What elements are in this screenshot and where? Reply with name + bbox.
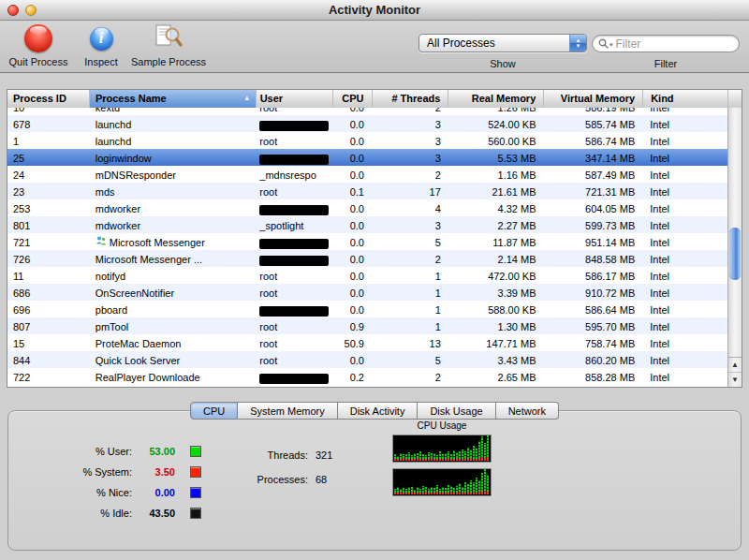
cell-pid: 801 — [7, 216, 90, 233]
cell-name: loginwindow — [90, 149, 257, 166]
cell-kind: Intel — [642, 317, 727, 334]
cell-pid: 807 — [7, 317, 90, 334]
tab-cpu[interactable]: CPU — [190, 402, 238, 420]
cpu-percent-stats: % User: 53.00 % System: 3.50 % Nice: 0.0… — [42, 441, 201, 523]
table-row[interactable]: 801mdworker_spotlight0.032.27 MB599.73 M… — [7, 216, 727, 233]
header-threads[interactable]: # Threads — [373, 90, 449, 108]
detail-pane: % User: 53.00 % System: 3.50 % Nice: 0.0… — [7, 410, 742, 551]
cell-user: root — [256, 351, 332, 368]
table-row[interactable]: 23mdsroot0.11721.61 MB721.31 MBIntel — [7, 183, 727, 199]
header-user[interactable]: User — [257, 90, 333, 108]
scroll-down-button[interactable]: ▼ — [728, 372, 742, 387]
table-row[interactable]: 24mDNSResponder_mdnsrespo0.021.16 MB587.… — [7, 166, 727, 183]
header-process-name[interactable]: Process Name ▲ — [90, 90, 257, 108]
filter-search-field[interactable]: ▾ — [592, 35, 740, 52]
tab-system-memory[interactable]: System Memory — [238, 402, 337, 420]
table-row[interactable]: 696pboard0.01588.00 KB586.64 MBIntel — [7, 301, 727, 317]
scroll-up-button[interactable]: ▲ — [728, 357, 742, 372]
cell-real: 21.61 MB — [448, 183, 544, 199]
cell-user: root — [256, 267, 332, 284]
quit-process-button[interactable]: Quit Process — [6, 22, 71, 67]
cell-kind: Intel — [642, 284, 727, 301]
cell-kind: Intel — [642, 216, 727, 233]
vertical-scrollbar[interactable]: ▲ ▼ — [727, 108, 742, 387]
table-row[interactable]: 721Microsoft Messenger0.0511.87 MB951.14… — [7, 233, 727, 250]
cell-threads: 1 — [372, 301, 448, 317]
cell-threads: 4 — [372, 199, 448, 216]
cell-threads: 1 — [372, 284, 448, 301]
cell-kind: Intel — [642, 183, 727, 199]
cell-kind: Intel — [642, 233, 727, 250]
cell-real: 1.26 MB — [448, 108, 544, 115]
cell-user — [256, 115, 332, 132]
table-row[interactable]: 10kextdroot0.021.26 MB586.19 MBIntel — [7, 108, 727, 115]
header-kind[interactable]: Kind — [643, 90, 728, 108]
table-row[interactable]: 25loginwindow0.035.53 MB347.14 MBIntel — [7, 149, 727, 166]
cell-user: root — [256, 317, 332, 334]
table-row[interactable]: 15ProteMac Daemonroot50.913147.71 MB758.… — [7, 334, 727, 351]
cell-threads: 3 — [372, 216, 448, 233]
cell-pid: 696 — [7, 301, 90, 317]
idle-color-swatch — [190, 508, 201, 519]
filter-input[interactable] — [616, 37, 733, 51]
header-process-id[interactable]: Process ID — [7, 90, 90, 108]
cell-real: 11.87 MB — [448, 233, 544, 250]
cell-threads: 5 — [372, 351, 448, 368]
cell-cpu: 0.9 — [332, 317, 372, 334]
table-row[interactable]: 726Microsoft Messenger ...0.022.14 MB848… — [7, 250, 727, 267]
table-row[interactable]: 678launchd0.03524.00 KB585.74 MBIntel — [7, 115, 727, 132]
inspect-button[interactable]: i Inspect — [79, 22, 124, 67]
counts-stats: Threads: 321 Processes: 68 — [244, 443, 332, 492]
table-row[interactable]: 807pmToolroot0.911.30 MB595.70 MBIntel — [7, 317, 727, 334]
minimize-button[interactable] — [25, 5, 37, 16]
cell-real: 472.00 KB — [448, 267, 544, 284]
cell-cpu: 0.0 — [332, 233, 372, 250]
table-row[interactable]: 253mdworker0.044.32 MB604.05 MBIntel — [7, 199, 727, 216]
header-virtual-memory[interactable]: Virtual Memory — [544, 90, 643, 108]
scrollbar-thumb[interactable] — [729, 228, 741, 280]
redaction-bar — [259, 155, 329, 165]
table-row[interactable]: 722RealPlayer Downloade0.222.65 MB858.28… — [7, 368, 727, 385]
cell-pid: 15 — [7, 334, 90, 351]
header-cpu[interactable]: CPU — [333, 90, 373, 108]
cell-real: 2.27 MB — [448, 216, 544, 233]
redaction-bar — [259, 205, 329, 215]
cell-cpu: 0.1 — [332, 183, 372, 199]
cell-kind: Intel — [642, 368, 727, 385]
cell-name: Quick Look Server — [90, 351, 257, 368]
cell-real: 2.14 MB — [448, 250, 544, 267]
title-bar: Activity Monitor — [0, 0, 749, 21]
table-row[interactable]: 686OnScreenNotifierroot0.013.39 MB910.72… — [7, 284, 727, 301]
cell-real: 5.53 MB — [448, 149, 544, 166]
table-row[interactable]: 844Quick Look Serverroot0.053.43 MB860.2… — [7, 351, 727, 368]
cell-user — [256, 149, 332, 166]
processes-label: Processes: — [244, 474, 308, 485]
cell-threads: 3 — [372, 149, 448, 166]
table-row[interactable]: 11notifydroot0.01472.00 KB586.17 MBIntel — [7, 267, 727, 284]
table-row[interactable]: 1launchdroot0.03560.00 KB586.74 MBIntel — [7, 132, 727, 149]
cell-pid: 25 — [7, 149, 90, 166]
redaction-bar — [259, 374, 329, 384]
cell-real: 4.32 MB — [448, 199, 544, 216]
tab-disk-usage[interactable]: Disk Usage — [418, 402, 495, 420]
cell-pid: 23 — [7, 183, 90, 199]
sample-process-button[interactable]: Sample Process — [125, 22, 212, 67]
close-button[interactable] — [7, 5, 19, 16]
cell-virtual: 586.17 MB — [544, 267, 643, 284]
system-color-swatch — [190, 466, 201, 478]
cell-kind: Intel — [642, 132, 727, 149]
cell-cpu: 0.0 — [332, 166, 372, 183]
show-popup-button[interactable]: All Processes ▲ ▼ — [419, 34, 587, 52]
system-percent-label: % System: — [42, 466, 132, 478]
cell-kind: Intel — [642, 115, 727, 132]
user-color-swatch — [190, 446, 201, 457]
tab-network[interactable]: Network — [496, 402, 559, 420]
cell-pid: 686 — [7, 284, 90, 301]
stat-row-idle: % Idle: 43.50 — [42, 503, 201, 523]
cell-virtual: 595.70 MB — [544, 317, 643, 334]
cell-user — [256, 368, 332, 385]
header-real-memory[interactable]: Real Memory — [448, 90, 544, 108]
cell-real: 588.00 KB — [448, 301, 544, 317]
tab-disk-activity[interactable]: Disk Activity — [338, 402, 419, 420]
quit-process-label: Quit Process — [9, 56, 68, 67]
